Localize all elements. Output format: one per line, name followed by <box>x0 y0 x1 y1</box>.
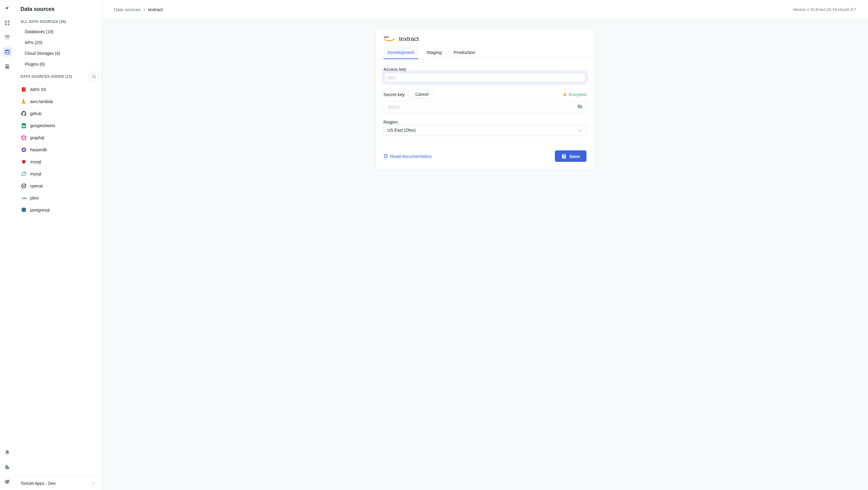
ds-item-label: harperdb <box>30 147 47 152</box>
ds-item-plivo[interactable]: plivo plivo <box>17 192 99 204</box>
secret-key-label: Secret key <box>383 92 405 97</box>
svg-point-20 <box>22 136 22 137</box>
search-datasources-button[interactable] <box>90 72 98 81</box>
ds-item-github[interactable]: github <box>17 108 99 120</box>
ds-item-label: openai <box>30 184 43 188</box>
ds-item-label: graphql <box>30 135 44 140</box>
graphql-icon <box>21 134 27 141</box>
workspace-switcher[interactable]: ToolJet Apps - Dev <box>14 477 101 490</box>
svg-point-18 <box>24 140 24 141</box>
breadcrumb-root[interactable]: Data sources <box>114 7 141 12</box>
mssql-icon <box>21 158 27 165</box>
settings-icon[interactable] <box>2 477 12 486</box>
category-databases[interactable]: Databases (19) <box>17 26 99 37</box>
breadcrumb-current: textract <box>148 7 163 12</box>
ds-item-postgresql[interactable]: postgresql <box>17 204 99 216</box>
ds-item-label: postgresql <box>30 208 50 212</box>
github-icon <box>21 110 27 117</box>
region-select[interactable]: US East (Ohio) <box>383 124 587 136</box>
secret-key-input[interactable] <box>383 101 587 113</box>
svg-point-22 <box>23 149 25 151</box>
category-apis[interactable]: APIs (20) <box>17 37 99 48</box>
svg-point-16 <box>25 136 26 137</box>
datasources-icon[interactable] <box>2 47 12 57</box>
svg-point-28 <box>24 209 25 210</box>
googlesheets-icon <box>21 122 27 129</box>
category-plugins[interactable]: Plugins (6) <box>17 59 99 70</box>
tables-icon[interactable] <box>2 33 12 42</box>
cancel-button[interactable]: Cancel <box>409 90 435 99</box>
datasource-title: textract <box>399 36 419 42</box>
theme-icon[interactable] <box>2 462 12 472</box>
workspace-name: ToolJet Apps - Dev <box>21 481 56 486</box>
ds-item-label: aws-lambda <box>30 99 53 104</box>
toggle-visibility-icon[interactable] <box>577 104 583 111</box>
ds-item-harperdb[interactable]: harperdb <box>17 144 99 156</box>
environment-tabs: Development Staging Production <box>375 46 594 59</box>
chevron-down-icon <box>91 481 96 486</box>
openai-icon <box>21 183 27 189</box>
ds-item-label: mssql <box>30 159 41 164</box>
postgresql-icon <box>21 207 27 213</box>
svg-rect-5 <box>5 37 10 38</box>
svg-rect-2 <box>5 24 7 25</box>
notifications-icon[interactable] <box>2 448 12 457</box>
ds-item-label: plivo <box>30 195 39 201</box>
ds-item-aws-lambda[interactable]: aws-lambda <box>17 95 99 108</box>
version-label: Version 2.33.6-ee2.15.19-cloud2.3.7 <box>793 7 856 12</box>
ds-item-label: mysql <box>30 172 41 176</box>
aws-s3-icon <box>21 86 27 93</box>
tab-staging[interactable]: Staging <box>422 46 446 59</box>
svg-rect-0 <box>5 21 7 23</box>
aws-lambda-icon <box>21 98 27 105</box>
ds-item-openai[interactable]: openai <box>17 180 99 192</box>
marketplace-icon[interactable] <box>2 61 12 71</box>
svg-rect-30 <box>564 94 566 96</box>
nav-rail <box>0 0 14 490</box>
logo-icon[interactable] <box>2 4 12 13</box>
main-area: Data sources › textract Version 2.33.6-e… <box>102 0 868 490</box>
ds-item-mssql[interactable]: mssql <box>17 156 99 168</box>
added-datasources-label: DATA SOURCES ADDED (13) <box>21 74 72 79</box>
ds-item-aws-s3[interactable]: AWS S3 <box>17 84 99 95</box>
access-key-label: Access key <box>383 67 587 72</box>
tab-development[interactable]: Development <box>383 46 418 59</box>
tab-production[interactable]: Production <box>450 46 479 59</box>
datasource-form-card: aws textract Development Staging Product… <box>375 28 595 170</box>
svg-point-7 <box>5 50 9 51</box>
topbar: Data sources › textract Version 2.33.6-e… <box>102 0 868 19</box>
sidebar-title: Data sources <box>21 6 96 12</box>
svg-point-27 <box>23 209 24 210</box>
lock-icon <box>563 92 567 96</box>
document-icon <box>383 154 388 158</box>
plivo-icon: plivo <box>21 195 27 201</box>
save-button[interactable]: Save <box>555 150 587 162</box>
svg-text:aws: aws <box>384 36 389 38</box>
svg-line-9 <box>95 78 96 78</box>
chevron-down-icon <box>578 128 583 132</box>
svg-rect-1 <box>8 21 10 23</box>
encrypted-badge: Encrypted <box>563 92 587 97</box>
ds-item-label: github <box>30 111 41 116</box>
apps-icon[interactable] <box>2 18 12 28</box>
ds-item-mysql[interactable]: mysql <box>17 168 99 180</box>
svg-point-25 <box>22 197 23 198</box>
breadcrumb: Data sources › textract <box>114 7 163 12</box>
ds-item-label: AWS S3 <box>30 87 46 92</box>
save-icon <box>561 153 567 159</box>
svg-rect-4 <box>5 35 10 36</box>
aws-logo-icon: aws <box>383 35 395 42</box>
ds-item-graphql[interactable]: graphql <box>17 132 99 144</box>
ds-item-label: googlesheets <box>30 123 55 128</box>
ds-item-googlesheets[interactable]: googlesheets <box>17 120 99 132</box>
category-cloud-storages[interactable]: Cloud Storages (4) <box>17 48 99 59</box>
svg-text:plivo: plivo <box>23 197 27 200</box>
mysql-icon <box>21 171 27 177</box>
svg-point-8 <box>93 75 95 78</box>
access-key-input[interactable] <box>383 72 587 83</box>
sidebar: Data sources ALL DATA SOURCES (49) Datab… <box>14 0 102 490</box>
all-datasources-label: ALL DATA SOURCES (49) <box>17 16 99 26</box>
read-documentation-link[interactable]: Read documentation <box>383 154 432 159</box>
region-label: Region <box>383 119 587 124</box>
harperdb-icon <box>21 147 27 153</box>
